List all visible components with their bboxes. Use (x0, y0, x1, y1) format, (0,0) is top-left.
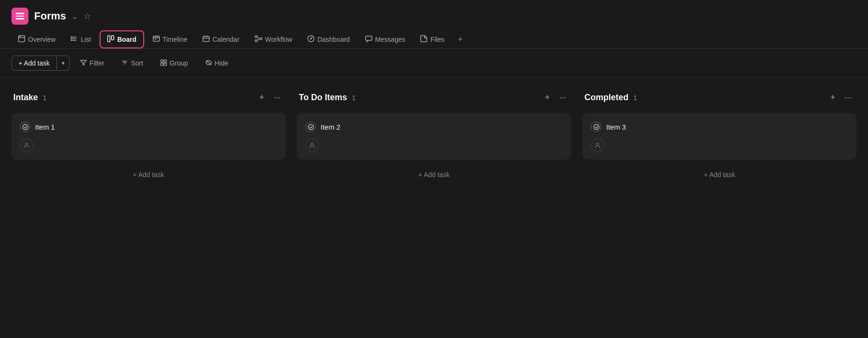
nav-item-files[interactable]: Files (414, 30, 451, 48)
column-add-task-row-intake[interactable]: + Add task (11, 165, 286, 184)
svg-rect-10 (111, 36, 114, 40)
task-check-icon[interactable] (591, 122, 601, 132)
title-star-icon[interactable]: ☆ (83, 11, 91, 21)
task-avatar[interactable] (591, 139, 604, 152)
svg-point-36 (26, 143, 28, 146)
overview-icon (18, 35, 25, 44)
group-icon (160, 59, 167, 67)
add-task-button[interactable]: + Add task ▾ (11, 56, 70, 71)
task-avatar[interactable] (305, 139, 319, 152)
svg-rect-21 (255, 40, 257, 42)
task-avatar[interactable] (20, 139, 33, 152)
hide-icon (205, 59, 212, 67)
svg-point-38 (311, 143, 314, 146)
nav-label-workflow: Workflow (265, 36, 292, 43)
nav-item-board[interactable]: Board (100, 30, 144, 48)
svg-point-7 (71, 38, 72, 39)
column-more-button-completed[interactable]: ··· (842, 91, 855, 103)
column-header-todo: To Do Items1+··· (297, 91, 571, 107)
svg-rect-33 (164, 63, 166, 66)
calendar-icon (203, 35, 210, 44)
task-check-icon[interactable] (20, 122, 30, 132)
task-name: Item 1 (35, 123, 55, 131)
task-card-item2[interactable]: Item 2 (297, 113, 571, 160)
menu-icon (16, 13, 24, 19)
nav-label-dashboard: Dashboard (317, 36, 350, 43)
svg-line-24 (257, 39, 259, 41)
column-more-button-todo[interactable]: ··· (556, 91, 569, 103)
svg-point-37 (308, 124, 314, 130)
column-add-button-completed[interactable]: + (827, 91, 838, 103)
svg-rect-11 (153, 36, 159, 41)
svg-point-35 (23, 124, 28, 130)
messages-icon (365, 35, 372, 44)
task-card-item3[interactable]: Item 3 (582, 113, 857, 160)
nav-bar: Overview List Board Timeline Calendar Wo… (0, 30, 868, 49)
board-icon (107, 35, 114, 44)
nav-item-dashboard[interactable]: Dashboard (301, 30, 357, 48)
task-title-row: Item 3 (591, 122, 848, 132)
filter-label: Filter (90, 59, 104, 67)
svg-point-26 (311, 38, 312, 39)
column-more-button-intake[interactable]: ··· (271, 91, 284, 103)
column-header-intake: Intake1+··· (11, 91, 286, 107)
nav-label-timeline: Timeline (163, 36, 187, 43)
nav-label-board: Board (117, 36, 136, 43)
hide-label: Hide (215, 59, 229, 67)
list-icon (71, 35, 78, 44)
column-add-task-row-completed[interactable]: + Add task (582, 165, 857, 184)
app-icon[interactable] (11, 8, 28, 25)
add-task-chevron-icon[interactable]: ▾ (56, 56, 69, 70)
group-button[interactable]: Group (154, 56, 195, 71)
column-count-completed: 1 (633, 94, 637, 102)
column-add-button-intake[interactable]: + (256, 91, 267, 103)
column-add-task-row-todo[interactable]: + Add task (297, 165, 571, 184)
svg-rect-22 (260, 38, 262, 40)
workflow-icon (255, 35, 262, 44)
column-count-todo: 1 (352, 94, 356, 102)
hide-button[interactable]: Hide (199, 56, 235, 71)
nav-add-button[interactable]: + (453, 31, 468, 48)
nav-label-overview: Overview (28, 36, 55, 43)
svg-rect-0 (18, 36, 25, 42)
nav-item-timeline[interactable]: Timeline (146, 30, 194, 48)
task-title-row: Item 1 (20, 122, 277, 132)
column-completed: Completed1+···Item 3+ Add task (582, 91, 857, 184)
dashboard-icon (307, 35, 314, 44)
column-title-todo: To Do Items (299, 93, 347, 103)
svg-line-23 (257, 37, 259, 39)
nav-item-list[interactable]: List (64, 30, 98, 48)
nav-item-calendar[interactable]: Calendar (196, 30, 246, 48)
nav-item-workflow[interactable]: Workflow (248, 30, 299, 48)
svg-rect-20 (255, 36, 257, 38)
sort-label: Sort (131, 59, 143, 67)
task-name: Item 3 (606, 123, 626, 131)
svg-rect-30 (161, 60, 163, 62)
svg-rect-32 (161, 63, 163, 66)
task-card-item1[interactable]: Item 1 (11, 113, 286, 160)
app-title: Forms (34, 10, 66, 22)
column-add-button-todo[interactable]: + (542, 91, 553, 103)
svg-point-8 (71, 40, 72, 40)
task-title-row: Item 2 (305, 122, 563, 132)
column-todo: To Do Items1+···Item 2+ Add task (297, 91, 571, 184)
group-label: Group (170, 59, 188, 67)
column-title-completed: Completed (584, 93, 628, 103)
task-check-icon[interactable] (305, 122, 316, 132)
column-title-intake: Intake (13, 93, 38, 103)
add-task-main[interactable]: + Add task (12, 56, 56, 70)
filter-icon (80, 59, 87, 67)
column-intake: Intake1+···Item 1+ Add task (11, 91, 286, 184)
column-count-intake: 1 (43, 94, 46, 102)
filter-button[interactable]: Filter (74, 56, 111, 71)
svg-rect-31 (164, 60, 166, 62)
title-chevron-icon[interactable]: ⌄ (72, 12, 78, 21)
svg-point-39 (594, 124, 599, 130)
nav-label-files: Files (430, 36, 444, 43)
sort-icon (121, 59, 128, 67)
nav-item-messages[interactable]: Messages (359, 30, 412, 48)
nav-item-overview[interactable]: Overview (11, 30, 62, 48)
title-bar: Forms ⌄ ☆ (0, 0, 868, 30)
sort-button[interactable]: Sort (115, 56, 150, 71)
nav-label-calendar: Calendar (212, 36, 240, 43)
